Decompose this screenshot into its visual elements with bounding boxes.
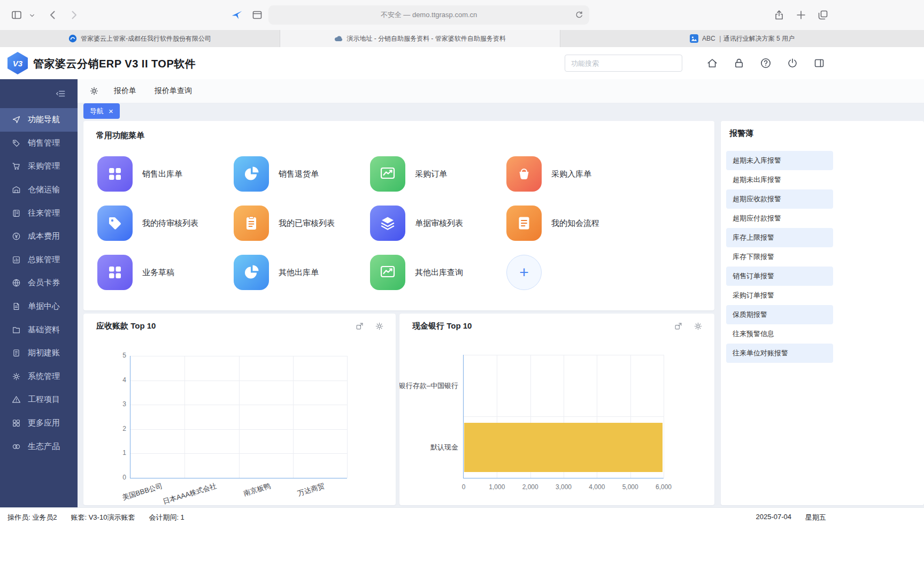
sidebar-item-basedata[interactable]: 基础资料 xyxy=(0,318,78,341)
chart-settings-icon[interactable] xyxy=(375,322,384,331)
sidebar-item-contacts[interactable]: 往来管理 xyxy=(0,201,78,225)
alarm-item[interactable]: 销售订单报警 xyxy=(726,267,833,286)
alarm-item[interactable]: 往来预警信息 xyxy=(726,324,833,344)
gridline xyxy=(239,356,240,478)
alarm-panel-title: 报警薄 xyxy=(729,128,753,139)
grid-icon xyxy=(97,255,133,290)
browser-tab[interactable]: 演示地址 - 分销自助服务资料 - 管家婆软件自助服务资料 xyxy=(280,30,560,47)
app-tile-label: 采购订单 xyxy=(415,169,447,179)
sidebar-toggle-icon[interactable] xyxy=(11,9,22,21)
alarm-item[interactable]: 往来单位对账报警 xyxy=(726,344,833,363)
app-tile[interactable]: 业务草稿 xyxy=(97,255,234,290)
browser-tab[interactable]: ABC ｜通讯行业解决方案 5 用户 xyxy=(560,30,924,47)
system-icon xyxy=(12,372,21,381)
layers-icon xyxy=(370,206,405,241)
quick-link[interactable]: 报价单 xyxy=(114,86,136,96)
panel-icon[interactable] xyxy=(813,57,825,69)
x-axis-label: 4,000 xyxy=(581,483,613,491)
chart-title: 现金银行 Top 10 xyxy=(412,321,472,331)
alarm-item[interactable]: 保质期报警 xyxy=(726,305,833,324)
browser-tab-label: ABC ｜通讯行业解决方案 5 用户 xyxy=(702,34,795,43)
pie-icon xyxy=(234,255,269,290)
sidebar-item-cart[interactable]: 采购管理 xyxy=(0,155,78,178)
sidebar-item-warehouse[interactable]: 仓储运输 xyxy=(0,178,78,202)
abc-favicon xyxy=(690,34,698,43)
collapse-sidebar-icon[interactable] xyxy=(55,88,66,99)
sidebar-item-apps[interactable]: 更多应用 xyxy=(0,412,78,435)
app-tile[interactable]: 单据审核列表 xyxy=(370,206,506,241)
init-icon xyxy=(12,348,21,358)
settings-gear-icon[interactable] xyxy=(89,86,99,96)
page-preview-icon[interactable] xyxy=(251,9,263,21)
y-axis-label: 5 xyxy=(112,352,126,359)
bucket-icon xyxy=(506,156,542,192)
toolbar-chevron-icon[interactable] xyxy=(29,12,35,19)
expand-icon[interactable] xyxy=(355,322,364,331)
back-icon[interactable] xyxy=(47,9,59,21)
lock-icon[interactable] xyxy=(733,57,745,69)
quick-link[interactable]: 报价单查询 xyxy=(155,86,192,96)
app-tile[interactable]: 采购入库单 xyxy=(506,156,643,192)
share-icon[interactable] xyxy=(773,9,785,21)
alarm-item[interactable]: 采购订单报警 xyxy=(726,286,833,305)
app-tile[interactable]: 我的知会流程 xyxy=(506,206,643,241)
alarm-item[interactable]: 库存下限报警 xyxy=(726,247,833,267)
alarm-item[interactable]: 超期未入库报警 xyxy=(726,151,833,170)
alarm-item[interactable]: 超期应收款报警 xyxy=(726,189,833,209)
alarm-item[interactable]: 超期未出库报警 xyxy=(726,170,833,189)
logo-text: V3 xyxy=(13,59,22,68)
add-tile[interactable]: + xyxy=(506,255,643,290)
sidebar-item-member[interactable]: 会员卡券 xyxy=(0,271,78,295)
sidebar-item-system[interactable]: 系统管理 xyxy=(0,365,78,389)
pie-icon xyxy=(234,156,269,192)
alarm-item[interactable]: 库存上限报警 xyxy=(726,228,833,247)
cloud-favicon xyxy=(334,34,343,43)
home-icon[interactable] xyxy=(706,57,718,69)
sidebar-item-docs[interactable]: 单据中心 xyxy=(0,295,78,318)
tab-overview-icon[interactable] xyxy=(817,9,829,21)
close-tab-icon[interactable]: × xyxy=(109,107,113,115)
extension-bird-icon[interactable] xyxy=(231,9,243,21)
app-tile[interactable]: 销售退货单 xyxy=(234,156,370,192)
app-tile-label: 我的知会流程 xyxy=(551,218,599,229)
sidebar-item-eco[interactable]: 生态产品 xyxy=(0,435,78,458)
status-bar: 操作员: 业务员2 账套: V3-10演示账套 会计期间: 1 2025-07-… xyxy=(0,507,924,578)
sidebar-item-project[interactable]: 工程项目 xyxy=(0,388,78,412)
workspace-tab-label: 导航 xyxy=(90,107,104,116)
app-tile[interactable]: 其他出库查询 xyxy=(370,255,506,290)
app-tile[interactable]: 销售出库单 xyxy=(97,156,234,192)
sidebar-item-init[interactable]: 期初建账 xyxy=(0,341,78,365)
expand-icon[interactable] xyxy=(674,322,683,331)
chart-settings-icon[interactable] xyxy=(694,322,703,331)
cash-bank-chart-card: 现金银行 Top 10 01,0002,0003,0004,0005,0006,… xyxy=(399,314,714,505)
x-axis-label: 美国BBB公司 xyxy=(102,481,164,505)
app-tile[interactable]: 我的待审核列表 xyxy=(97,206,234,241)
new-tab-icon[interactable] xyxy=(795,9,807,21)
sidebar-item-label: 基础资料 xyxy=(28,325,60,335)
logout-icon[interactable] xyxy=(787,57,798,69)
status-weekday: 星期五 xyxy=(805,513,826,522)
sidebar-item-nav[interactable]: 功能导航 xyxy=(0,108,78,132)
x-axis-label: 0 xyxy=(448,483,480,491)
warehouse-icon xyxy=(12,185,21,194)
address-bar[interactable]: 不安全 — demo.ttgrasp.com.cn xyxy=(268,5,589,25)
help-icon[interactable] xyxy=(760,57,772,69)
app-tile[interactable]: 采购订单 xyxy=(370,156,506,192)
workspace-tab-nav[interactable]: 导航 × xyxy=(83,103,120,119)
sidebar-item-cost[interactable]: 成本费用 xyxy=(0,225,78,248)
function-search-input[interactable] xyxy=(565,55,682,72)
app-tile[interactable]: 其他出库单 xyxy=(234,255,370,290)
sidebar-item-sales-tag[interactable]: 销售管理 xyxy=(0,132,78,155)
contacts-icon xyxy=(12,209,21,218)
reload-icon[interactable] xyxy=(574,10,584,20)
sidebar-item-label: 单据中心 xyxy=(28,301,60,311)
sidebar-item-label: 更多应用 xyxy=(28,418,60,428)
alarm-item[interactable]: 超期应付款报警 xyxy=(726,209,833,228)
browser-tab[interactable]: 管家婆云上管家-成都任我行软件股份有限公司 xyxy=(0,30,280,47)
app-logo: V3 xyxy=(7,52,28,74)
tag-icon xyxy=(97,206,133,241)
sidebar-item-ledger[interactable]: 总账管理 xyxy=(0,248,78,272)
forward-icon[interactable] xyxy=(68,9,80,21)
app-tile[interactable]: 我的已审核列表 xyxy=(234,206,370,241)
app-title: 管家婆云分销ERP V3 II TOP软件 xyxy=(33,57,196,71)
